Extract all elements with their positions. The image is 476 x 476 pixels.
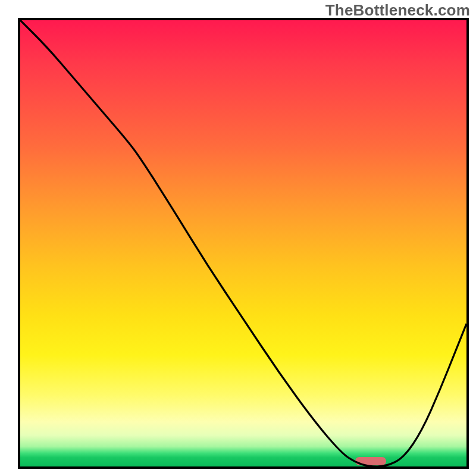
watermark-text: TheBottleneck.com — [325, 1, 470, 20]
curve-path — [20, 20, 466, 466]
chart-frame: TheBottleneck.com — [0, 0, 476, 476]
bottleneck-curve — [20, 20, 466, 466]
plot-area — [18, 18, 469, 469]
